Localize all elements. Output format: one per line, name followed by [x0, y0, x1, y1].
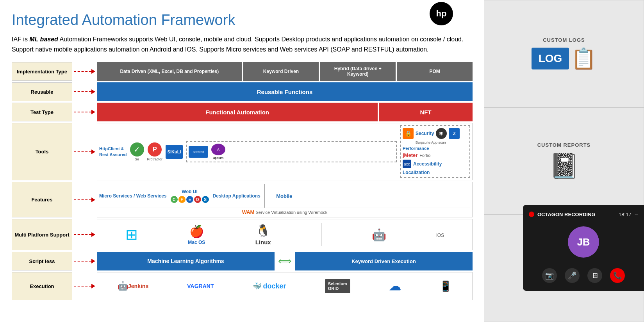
execution-content: 🤖 Jenkins VAGRANT 🐳 docker SeleniumGRID	[97, 272, 473, 300]
opera-icon: O	[194, 196, 201, 203]
browser-icons: C F e O S	[171, 196, 209, 203]
sikuli-icon: SiKuLi	[166, 145, 183, 159]
tools-label: Tools	[12, 123, 72, 180]
custom-reports-section: CUSTOM REPORTS 📓	[484, 107, 644, 215]
test-type-label: Test Type	[12, 103, 72, 121]
hp-logo: hp	[430, 2, 453, 25]
scriptless-content: Machine Learning Algorithms ⟺ Keyword Dr…	[97, 252, 473, 270]
scriptless-label: Script less	[12, 252, 72, 270]
slide-title: Integrated Automation Framework	[12, 12, 473, 28]
wam-logo: WAM	[242, 209, 255, 215]
reusable-arrow	[74, 82, 95, 101]
protractor-item: P Protractor	[147, 142, 163, 161]
execution-label: Execution	[12, 272, 72, 300]
security-section: 🔒 Security 🕷 Z Burpsuite App scan Perfor…	[400, 125, 470, 178]
screen-button[interactable]: 🖥	[587, 268, 602, 283]
selenium-icon: ✓	[130, 142, 144, 157]
desktop-box: Desktop Applications	[213, 193, 260, 199]
mobile-label: Mobile	[276, 193, 292, 199]
desktop-label: Desktop Applications	[213, 193, 260, 199]
linux-icon: 🐧	[256, 224, 270, 237]
security-icon: 🔒	[403, 128, 414, 139]
selenium-grid-badge: SeleniumGRID	[325, 279, 350, 293]
sikuli-item: SiKuLi	[166, 145, 183, 159]
httpclient-item: HttpClient &Rest Assured	[99, 146, 127, 157]
docker-item: 🐳 docker	[253, 282, 286, 290]
recording-header: OCTAGON RECORDING 18:17 −	[529, 211, 638, 218]
functional-bar: Functional Automation	[97, 103, 378, 121]
notebook-icon: 📓	[549, 152, 579, 180]
appium-icon: A	[211, 144, 225, 155]
localization-label: Localization	[403, 170, 430, 175]
windows-icon: ⊞	[125, 226, 138, 243]
avatar-initials: JB	[577, 236, 590, 248]
impl-boxes: Data Driven (XML, Excel, DB and Properti…	[97, 62, 473, 81]
test-arrow	[74, 103, 95, 121]
minimize-button[interactable]: −	[635, 211, 638, 218]
cloud-item: ☁	[389, 279, 401, 293]
accessibility-row: axe Accessibility	[403, 160, 467, 168]
burp-label: Burpsuite App scan	[416, 141, 467, 144]
mac-label: Mac OS	[188, 240, 205, 245]
httpclient-label: HttpClient &Rest Assured	[99, 146, 127, 157]
platform-arrow	[74, 219, 95, 250]
windows-item: ⊞	[125, 226, 138, 243]
avatar: JB	[568, 226, 599, 258]
chrome-icon: C	[171, 196, 178, 203]
custom-logs-icon-area: LOG 📋	[532, 47, 597, 71]
test-type-row: Test Type Functional Automation NFT	[12, 103, 473, 121]
execution-arrow	[74, 272, 95, 300]
tools-arrow	[74, 123, 95, 180]
camera-button[interactable]: 📷	[542, 268, 557, 283]
mobile-exec-icon: 📱	[439, 280, 452, 292]
mobile-tools-row: seetest A appium	[189, 144, 394, 160]
tools-row: Tools HttpClient &Rest Assured ✓ Se P P	[12, 123, 473, 180]
platform-separator	[321, 223, 321, 246]
end-call-button[interactable]: 📞	[610, 268, 625, 283]
log-file-icon: 📋	[571, 47, 596, 71]
selenium-item: ✓ Se	[130, 142, 144, 161]
micro-services-label: Micro Services / Web Services	[99, 193, 167, 199]
jenkins-item: 🤖 Jenkins	[118, 281, 148, 291]
jmeter-label: jMeter	[403, 152, 417, 158]
nft-bar: NFT	[379, 103, 473, 121]
impl-box-pom: POM	[397, 62, 473, 81]
zap-icon: Z	[449, 128, 460, 139]
scriptless-row: Script less Machine Learning Algorithms …	[12, 252, 473, 270]
wiremock-row: WAM Service Virtualization using Wiremoc…	[99, 208, 470, 215]
features-arrow	[74, 182, 95, 217]
burp-icon: 🕷	[436, 128, 447, 139]
axe-icon: axe	[403, 160, 411, 168]
security-label: Security	[416, 131, 434, 136]
main-slide: hp Integrated Automation Framework IAF i…	[0, 0, 484, 322]
fortio-label: Fortio	[419, 153, 430, 158]
green-arrow-icon: ⟺	[278, 256, 291, 267]
jenkins-label: Jenkins	[128, 283, 148, 289]
double-arrow: ⟺	[276, 252, 294, 270]
performance-row: Performance	[403, 146, 467, 151]
custom-logs-section: CUSTOM LOGS LOG 📋	[484, 0, 644, 107]
test-type-content: Functional Automation NFT	[97, 103, 473, 121]
vagrant-label: VAGRANT	[187, 283, 214, 289]
recording-overlay: OCTAGON RECORDING 18:17 − JB 📷 🎤 🖥 📞	[523, 205, 644, 291]
appium-label: appium	[213, 156, 223, 160]
web-ui-label: Web UI	[182, 189, 197, 194]
execution-row: Execution 🤖 Jenkins VAGRANT 🐳 docker	[12, 272, 473, 300]
reusable-label: Reusable	[12, 82, 72, 101]
impl-box-hybrid: Hybrid (Data driven + Keyword)	[320, 62, 396, 81]
web-ui-box: Web UI C F e O S	[171, 189, 209, 203]
android-icon: 🤖	[372, 228, 386, 242]
features-content: Micro Services / Web Services Web UI C F…	[97, 182, 473, 217]
recording-controls: 📷 🎤 🖥 📞	[529, 266, 638, 285]
features-label: Features	[12, 182, 72, 217]
framework-table: Implementation Type Data Driven (XML, Ex…	[12, 62, 473, 300]
keyword-bar: Keyword Driven Execution	[295, 252, 473, 270]
micro-services-box: Micro Services / Web Services	[99, 193, 167, 199]
recording-title: OCTAGON RECORDING	[537, 212, 615, 217]
ios-item: iOS	[436, 231, 444, 238]
avatar-area: JB	[529, 222, 638, 262]
mic-button[interactable]: 🎤	[565, 268, 580, 283]
ie-icon: e	[186, 196, 193, 203]
localization-row: Localization	[403, 170, 467, 175]
linux-item: 🐧 Linux	[255, 224, 271, 246]
